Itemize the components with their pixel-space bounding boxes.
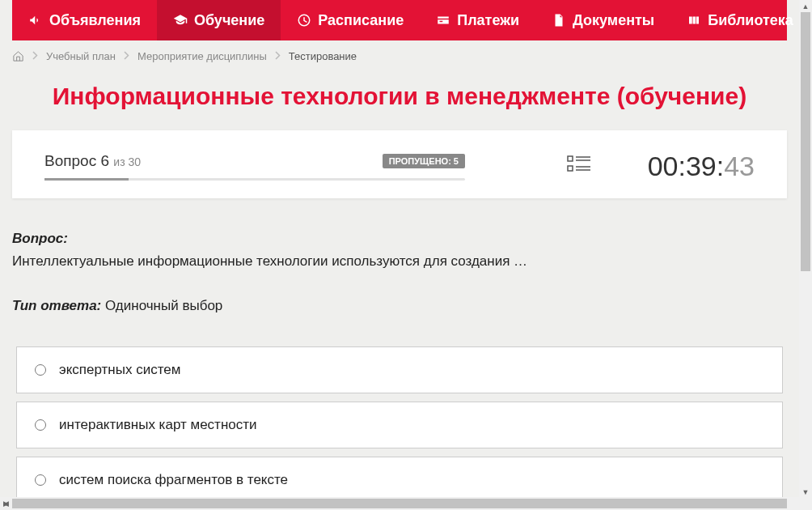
question-text: Интеллектуальные информационные технолог… (12, 253, 787, 270)
nav-library[interactable]: Библиотека (670, 0, 799, 40)
answer-option[interactable]: экспертных систем (16, 346, 783, 393)
radio-input[interactable] (35, 364, 46, 376)
question-progress: Вопрос 6 из 30 ПРОПУЩЕНО: 5 (44, 152, 510, 181)
answer-type-value: Одиночный выбор (101, 298, 222, 313)
radio-input[interactable] (35, 474, 46, 486)
skipped-badge: ПРОПУЩЕНО: 5 (383, 154, 465, 168)
svg-rect-3 (568, 166, 573, 171)
nav-label: Обучение (194, 12, 264, 29)
main-navbar: Объявления Обучение Расписание Платежи Д… (12, 0, 787, 40)
chevron-right-icon (275, 50, 281, 62)
breadcrumb-current: Тестирование (289, 50, 357, 62)
nav-schedule[interactable]: Расписание (281, 0, 420, 40)
page-title: Информационные технологии в менеджменте … (0, 83, 799, 110)
chevron-right-icon (124, 50, 129, 62)
answer-type-label: Тип ответа: (12, 298, 101, 313)
vertical-scrollbar[interactable]: ▲ ▼ (799, 0, 812, 498)
scroll-right-arrow[interactable]: ▶ (0, 497, 12, 510)
status-bar: Вопрос 6 из 30 ПРОПУЩЕНО: 5 (12, 130, 787, 198)
answer-options: экспертных систем интерактивных карт мес… (16, 346, 783, 498)
nav-label: Платежи (457, 12, 519, 29)
question-body: Вопрос: Интеллектуальные информационные … (12, 231, 787, 498)
scrollbar-thumb[interactable] (12, 499, 787, 508)
breadcrumb-link[interactable]: Учебный план (46, 50, 116, 62)
progress-bar (44, 178, 465, 181)
nav-label: Объявления (49, 12, 141, 29)
nav-learning[interactable]: Обучение (157, 0, 281, 40)
breadcrumb: Учебный план Мероприятие дисциплины Тест… (12, 50, 787, 62)
answer-type-row: Тип ответа: Одиночный выбор (12, 298, 787, 314)
option-text: интерактивных карт местности (59, 417, 257, 433)
nav-payments[interactable]: Платежи (420, 0, 535, 40)
option-text: экспертных систем (59, 362, 180, 378)
document-icon (552, 13, 566, 28)
library-icon (687, 13, 701, 28)
scroll-down-arrow[interactable]: ▼ (799, 486, 812, 498)
answer-option[interactable]: интерактивных карт местности (16, 402, 783, 448)
nav-label: Документы (573, 12, 654, 29)
question-list-button[interactable] (567, 155, 591, 178)
scroll-up-arrow[interactable]: ▲ (799, 0, 812, 12)
nav-announcements[interactable]: Объявления (12, 0, 157, 40)
svg-rect-0 (568, 156, 573, 161)
scrollbar-thumb[interactable] (801, 12, 810, 271)
clock-icon (297, 13, 311, 28)
answer-option[interactable]: систем поиска фрагментов в тексте (16, 457, 783, 498)
question-label: Вопрос: (12, 231, 787, 247)
home-icon[interactable] (12, 50, 24, 62)
nav-documents[interactable]: Документы (535, 0, 670, 40)
scrollbar-corner (799, 497, 812, 510)
payment-icon (436, 13, 450, 28)
nav-label: Расписание (318, 12, 404, 29)
nav-label: Библиотека (708, 12, 793, 29)
radio-input[interactable] (35, 419, 46, 431)
graduation-icon (173, 13, 188, 28)
chevron-right-icon (32, 50, 38, 62)
breadcrumb-link[interactable]: Мероприятие дисциплины (137, 50, 267, 62)
option-text: систем поиска фрагментов в тексте (59, 472, 288, 488)
horizontal-scrollbar[interactable]: ◀ ▶ (0, 497, 799, 510)
timer: 00:39:43 (648, 151, 755, 182)
announcement-icon (28, 13, 43, 28)
